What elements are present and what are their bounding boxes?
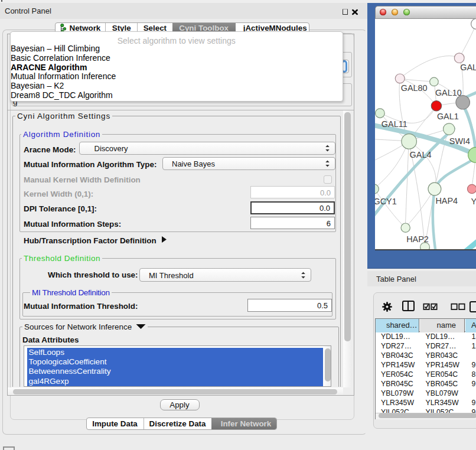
svg-text:GAL2: GAL2 bbox=[460, 63, 476, 72]
svg-text:GAL10: GAL10 bbox=[435, 87, 462, 97]
svg-text:HAP2: HAP2 bbox=[406, 234, 429, 243]
svg-text:GCY1: GCY1 bbox=[375, 197, 397, 206]
svg-text:SWI4: SWI4 bbox=[449, 136, 470, 145]
svg-text:GAL1: GAL1 bbox=[437, 112, 459, 121]
svg-text:GAL11: GAL11 bbox=[382, 119, 407, 129]
svg-text:HAP4: HAP4 bbox=[435, 196, 458, 206]
svg-text:GAL80: GAL80 bbox=[401, 83, 428, 92]
svg-text:Y: Y bbox=[471, 196, 476, 206]
svg-text:GAL4: GAL4 bbox=[410, 150, 432, 159]
